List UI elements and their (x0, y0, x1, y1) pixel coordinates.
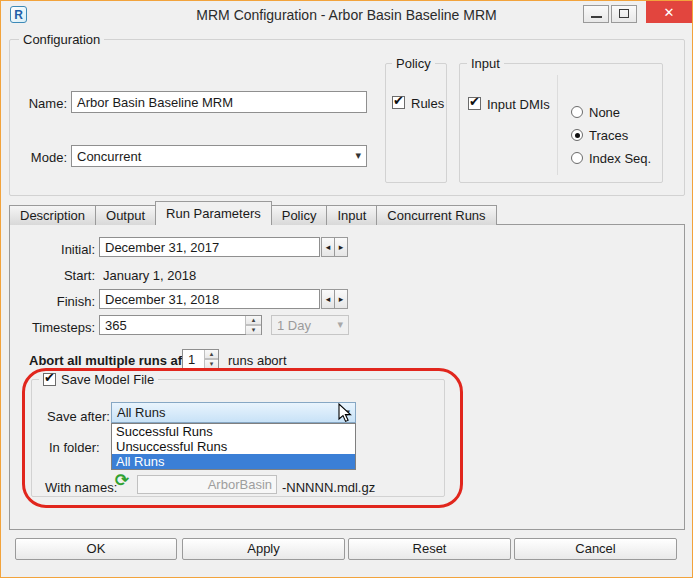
checkmark-icon: ✔ (44, 370, 55, 385)
radio-index-seq-label[interactable]: Index Seq. (589, 151, 651, 166)
model-name-prefix: ArborBasin (208, 477, 272, 492)
maximize-button[interactable] (611, 5, 637, 23)
step-back-button[interactable]: ◂ (321, 289, 335, 309)
timestep-unit-value: 1 Day (277, 318, 311, 333)
checkmark-icon: ✔ (393, 93, 404, 108)
radio-none-label[interactable]: None (589, 105, 620, 120)
abort-label: Abort all multiple runs after (29, 353, 199, 368)
start-value-text: January 1, 2018 (103, 268, 196, 283)
initial-date-steppers: ◂ ▸ (321, 237, 348, 257)
rules-checkbox-label[interactable]: Rules (411, 96, 444, 111)
radio-dot (575, 133, 580, 138)
close-icon: ✕ (664, 5, 675, 20)
minimize-button[interactable] (583, 5, 609, 23)
input-group-label: Input (467, 56, 504, 71)
radio-none[interactable] (571, 106, 583, 118)
tabbar: Description Output Run Parameters Policy… (9, 201, 496, 225)
finish-date-steppers: ◂ ▸ (321, 289, 348, 309)
radio-index-seq[interactable] (571, 152, 583, 164)
dropdown-option-successful-runs[interactable]: Successful Runs (112, 424, 355, 439)
initial-date-value: December 31, 2017 (105, 240, 219, 255)
mrm-configuration-dialog: R MRM Configuration - Arbor Basin Baseli… (0, 0, 693, 578)
save-after-label: Save after: (47, 409, 110, 424)
save-after-dropdown-value: All Runs (117, 405, 165, 420)
initial-date-field[interactable]: December 31, 2017 (99, 237, 320, 257)
spin-down-icon: ▾ (246, 326, 261, 335)
chevron-down-icon: ▾ (355, 149, 361, 162)
spin-up-button[interactable]: ▴ (205, 350, 218, 360)
mode-label: Mode: (19, 150, 67, 165)
spin-down-button[interactable]: ▾ (246, 326, 261, 335)
ok-button[interactable]: OK (15, 538, 177, 560)
cancel-button[interactable]: Cancel (514, 538, 677, 560)
maximize-icon (619, 9, 629, 18)
policy-group-label: Policy (392, 56, 435, 71)
titlebar[interactable]: R MRM Configuration - Arbor Basin Baseli… (1, 1, 692, 27)
model-name-prefix-field[interactable]: ArborBasin (137, 475, 277, 494)
tab-concurrent-runs[interactable]: Concurrent Runs (376, 205, 496, 225)
dropdown-option-all-runs[interactable]: All Runs (112, 454, 355, 469)
spin-up-button[interactable]: ▴ (246, 316, 261, 326)
abort-runs-value: 1 (188, 352, 195, 367)
policy-groupbox (385, 63, 447, 183)
name-input[interactable]: Arbor Basin Baseline MRM (71, 91, 367, 113)
save-model-file-label[interactable]: Save Model File (61, 372, 154, 387)
input-group-divider (557, 75, 558, 175)
finish-label: Finish: (31, 294, 95, 309)
dropdown-option-unsuccessful-runs[interactable]: Unsuccessful Runs (112, 439, 355, 454)
input-dmis-checkbox-label[interactable]: Input DMIs (487, 97, 550, 112)
spinner-buttons: ▴ ▾ (245, 316, 261, 334)
spin-up-icon: ▴ (205, 350, 218, 359)
configuration-group-label: Configuration (19, 32, 104, 47)
tab-description[interactable]: Description (9, 205, 96, 225)
timesteps-value: 365 (105, 318, 127, 333)
tab-run-parameters[interactable]: Run Parameters (155, 201, 272, 225)
radio-traces-label[interactable]: Traces (589, 128, 628, 143)
tab-input[interactable]: Input (326, 205, 377, 225)
model-name-suffix: -NNNNN.mdl.gz (282, 480, 375, 495)
checkmark-icon: ✔ (469, 94, 480, 109)
mode-dropdown-value: Concurrent (77, 149, 141, 164)
save-model-file-title: ✔ Save Model File (39, 372, 158, 387)
spin-down-button[interactable]: ▾ (205, 360, 218, 369)
with-names-label: With names: (45, 480, 117, 495)
right-arrow-icon: ▸ (339, 294, 344, 304)
finish-date-field[interactable]: December 31, 2018 (99, 289, 320, 309)
name-label: Name: (19, 96, 67, 111)
abort-suffix-label: runs abort (228, 353, 287, 368)
save-after-dropdown-list: Successful Runs Unsuccessful Runs All Ru… (111, 423, 356, 470)
save-model-file-checkbox[interactable]: ✔ (43, 373, 56, 386)
right-arrow-icon: ▸ (339, 242, 344, 252)
radio-traces[interactable] (571, 129, 583, 141)
save-after-dropdown[interactable]: All Runs ▾ (111, 402, 356, 423)
name-input-value: Arbor Basin Baseline MRM (77, 95, 233, 110)
spin-down-icon: ▾ (205, 360, 218, 369)
step-forward-button[interactable]: ▸ (334, 289, 348, 309)
mode-dropdown[interactable]: Concurrent ▾ (71, 145, 367, 167)
minimize-icon (591, 16, 602, 18)
finish-date-value: December 31, 2018 (105, 292, 219, 307)
left-arrow-icon: ◂ (326, 242, 331, 252)
timesteps-label: Timesteps: (11, 320, 95, 335)
apply-button[interactable]: Apply (182, 538, 345, 560)
chevron-down-icon: ▾ (337, 318, 343, 331)
left-arrow-icon: ◂ (326, 294, 331, 304)
abort-runs-spinbox[interactable]: 1 ▴ ▾ (182, 349, 219, 369)
in-folder-label: In folder: (49, 440, 100, 455)
start-label: Start: (31, 268, 95, 283)
tab-output[interactable]: Output (95, 205, 156, 225)
close-button[interactable]: ✕ (646, 1, 692, 23)
step-back-button[interactable]: ◂ (321, 237, 335, 257)
initial-label: Initial: (31, 242, 95, 257)
chevron-down-icon: ▾ (344, 405, 350, 418)
tab-policy[interactable]: Policy (271, 205, 328, 225)
rules-checkbox[interactable]: ✔ (392, 96, 405, 109)
timestep-unit-dropdown: 1 Day ▾ (271, 315, 349, 335)
step-forward-button[interactable]: ▸ (334, 237, 348, 257)
refresh-icon[interactable]: ⟳ (115, 470, 129, 491)
spinner-buttons: ▴ ▾ (204, 350, 218, 368)
timesteps-spinbox[interactable]: 365 ▴ ▾ (99, 315, 262, 335)
spin-up-icon: ▴ (246, 316, 261, 325)
reset-button[interactable]: Reset (348, 538, 511, 560)
input-dmis-checkbox[interactable]: ✔ (468, 97, 481, 110)
